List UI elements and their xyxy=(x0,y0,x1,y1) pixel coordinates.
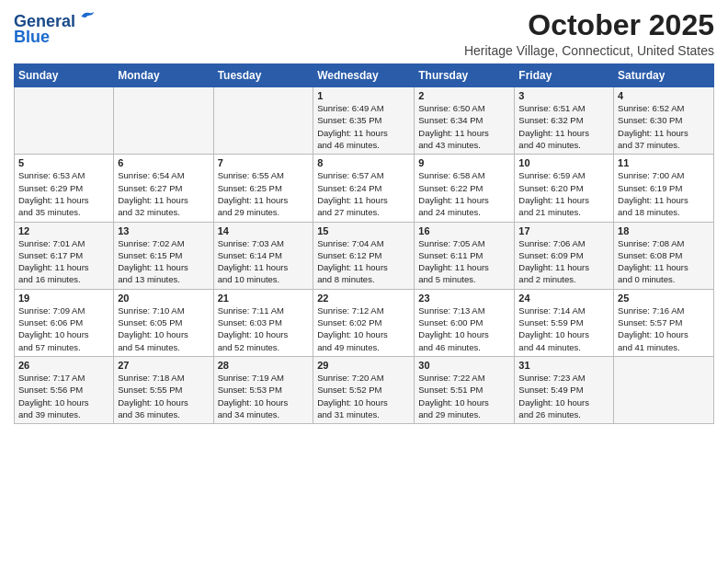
day-info: Sunrise: 6:58 AM Sunset: 6:22 PM Dayligh… xyxy=(418,169,510,218)
table-row: 10Sunrise: 6:59 AM Sunset: 6:20 PM Dayli… xyxy=(515,155,614,222)
day-number: 29 xyxy=(317,360,410,371)
table-row: 25Sunrise: 7:16 AM Sunset: 5:57 PM Dayli… xyxy=(614,289,714,356)
day-number: 13 xyxy=(118,225,209,236)
table-row xyxy=(114,87,213,155)
day-number: 26 xyxy=(18,360,109,371)
day-number: 20 xyxy=(118,293,209,304)
col-saturday: Saturday xyxy=(614,64,714,87)
day-info: Sunrise: 7:03 AM Sunset: 6:14 PM Dayligh… xyxy=(218,237,310,286)
day-number: 16 xyxy=(418,225,510,236)
table-row: 24Sunrise: 7:14 AM Sunset: 5:59 PM Dayli… xyxy=(515,289,614,356)
table-row: 31Sunrise: 7:23 AM Sunset: 5:49 PM Dayli… xyxy=(515,356,614,423)
day-info: Sunrise: 7:11 AM Sunset: 6:03 PM Dayligh… xyxy=(218,304,310,353)
table-row: 29Sunrise: 7:20 AM Sunset: 5:52 PM Dayli… xyxy=(313,356,415,423)
table-row: 12Sunrise: 7:01 AM Sunset: 6:17 PM Dayli… xyxy=(15,222,114,289)
table-row: 28Sunrise: 7:19 AM Sunset: 5:53 PM Dayli… xyxy=(213,356,313,423)
day-number: 10 xyxy=(518,157,609,168)
table-row: 2Sunrise: 6:50 AM Sunset: 6:34 PM Daylig… xyxy=(415,87,515,155)
day-info: Sunrise: 7:01 AM Sunset: 6:17 PM Dayligh… xyxy=(18,237,109,286)
table-row: 19Sunrise: 7:09 AM Sunset: 6:06 PM Dayli… xyxy=(15,289,114,356)
day-info: Sunrise: 7:02 AM Sunset: 6:15 PM Dayligh… xyxy=(118,237,209,286)
day-info: Sunrise: 7:05 AM Sunset: 6:11 PM Dayligh… xyxy=(418,237,510,286)
day-info: Sunrise: 7:14 AM Sunset: 5:59 PM Dayligh… xyxy=(518,304,609,353)
logo-bird-icon xyxy=(78,7,97,26)
day-number: 14 xyxy=(218,225,310,236)
day-info: Sunrise: 6:54 AM Sunset: 6:27 PM Dayligh… xyxy=(118,169,209,218)
table-row: 17Sunrise: 7:06 AM Sunset: 6:09 PM Dayli… xyxy=(515,222,614,289)
table-row: 21Sunrise: 7:11 AM Sunset: 6:03 PM Dayli… xyxy=(213,289,313,356)
day-number: 19 xyxy=(18,293,109,304)
day-number: 8 xyxy=(317,157,410,168)
day-info: Sunrise: 7:10 AM Sunset: 6:05 PM Dayligh… xyxy=(118,304,209,353)
day-info: Sunrise: 7:23 AM Sunset: 5:49 PM Dayligh… xyxy=(518,372,609,420)
day-number: 23 xyxy=(418,293,510,304)
table-row xyxy=(213,87,313,155)
day-info: Sunrise: 7:22 AM Sunset: 5:51 PM Dayligh… xyxy=(418,372,510,420)
day-number: 22 xyxy=(317,293,410,304)
day-number: 17 xyxy=(518,225,609,236)
day-info: Sunrise: 6:55 AM Sunset: 6:25 PM Dayligh… xyxy=(218,169,310,218)
table-row: 8Sunrise: 6:57 AM Sunset: 6:24 PM Daylig… xyxy=(313,155,415,222)
table-row: 27Sunrise: 7:18 AM Sunset: 5:55 PM Dayli… xyxy=(114,356,213,423)
day-info: Sunrise: 7:00 AM Sunset: 6:19 PM Dayligh… xyxy=(618,169,710,218)
day-number: 9 xyxy=(418,157,510,168)
day-number: 2 xyxy=(418,90,510,101)
day-number: 15 xyxy=(317,225,410,236)
table-row: 23Sunrise: 7:13 AM Sunset: 6:00 PM Dayli… xyxy=(415,289,515,356)
day-info: Sunrise: 6:49 AM Sunset: 6:35 PM Dayligh… xyxy=(317,102,410,151)
table-row: 14Sunrise: 7:03 AM Sunset: 6:14 PM Dayli… xyxy=(213,222,313,289)
day-number: 30 xyxy=(418,360,510,371)
day-info: Sunrise: 6:50 AM Sunset: 6:34 PM Dayligh… xyxy=(418,102,510,151)
table-row: 26Sunrise: 7:17 AM Sunset: 5:56 PM Dayli… xyxy=(15,356,114,423)
day-number: 12 xyxy=(18,225,109,236)
calendar-header-row: Sunday Monday Tuesday Wednesday Thursday… xyxy=(15,64,714,87)
day-info: Sunrise: 7:06 AM Sunset: 6:09 PM Dayligh… xyxy=(518,237,609,286)
page: General Blue October 2025 Heritage Villa… xyxy=(0,0,728,563)
table-row: 15Sunrise: 7:04 AM Sunset: 6:12 PM Dayli… xyxy=(313,222,415,289)
day-number: 6 xyxy=(118,157,209,168)
table-row: 4Sunrise: 6:52 AM Sunset: 6:30 PM Daylig… xyxy=(614,87,714,155)
table-row: 6Sunrise: 6:54 AM Sunset: 6:27 PM Daylig… xyxy=(114,155,213,222)
day-number: 24 xyxy=(518,293,609,304)
day-info: Sunrise: 7:04 AM Sunset: 6:12 PM Dayligh… xyxy=(317,237,410,286)
day-number: 5 xyxy=(18,157,109,168)
calendar-table: Sunday Monday Tuesday Wednesday Thursday… xyxy=(14,63,714,424)
table-row: 3Sunrise: 6:51 AM Sunset: 6:32 PM Daylig… xyxy=(515,87,614,155)
day-number: 21 xyxy=(218,293,310,304)
table-row: 20Sunrise: 7:10 AM Sunset: 6:05 PM Dayli… xyxy=(114,289,213,356)
day-number: 1 xyxy=(317,90,410,101)
table-row: 9Sunrise: 6:58 AM Sunset: 6:22 PM Daylig… xyxy=(415,155,515,222)
day-number: 18 xyxy=(618,225,710,236)
day-number: 27 xyxy=(118,360,209,371)
day-number: 3 xyxy=(518,90,609,101)
day-info: Sunrise: 6:51 AM Sunset: 6:32 PM Dayligh… xyxy=(518,102,609,151)
day-number: 28 xyxy=(218,360,310,371)
table-row: 18Sunrise: 7:08 AM Sunset: 6:08 PM Dayli… xyxy=(614,222,714,289)
day-info: Sunrise: 6:52 AM Sunset: 6:30 PM Dayligh… xyxy=(618,102,710,151)
day-info: Sunrise: 7:17 AM Sunset: 5:56 PM Dayligh… xyxy=(18,372,109,420)
col-friday: Friday xyxy=(515,64,614,87)
table-row: 13Sunrise: 7:02 AM Sunset: 6:15 PM Dayli… xyxy=(114,222,213,289)
col-monday: Monday xyxy=(114,64,213,87)
table-row: 7Sunrise: 6:55 AM Sunset: 6:25 PM Daylig… xyxy=(213,155,313,222)
table-row: 11Sunrise: 7:00 AM Sunset: 6:19 PM Dayli… xyxy=(614,155,714,222)
day-info: Sunrise: 7:16 AM Sunset: 5:57 PM Dayligh… xyxy=(618,304,710,353)
day-info: Sunrise: 6:59 AM Sunset: 6:20 PM Dayligh… xyxy=(518,169,609,218)
day-number: 31 xyxy=(518,360,609,371)
month-title: October 2025 xyxy=(464,9,714,41)
table-row: 30Sunrise: 7:22 AM Sunset: 5:51 PM Dayli… xyxy=(415,356,515,423)
day-info: Sunrise: 7:18 AM Sunset: 5:55 PM Dayligh… xyxy=(118,372,209,420)
location-subtitle: Heritage Village, Connecticut, United St… xyxy=(464,43,714,58)
logo: General Blue xyxy=(14,13,97,47)
table-row: 16Sunrise: 7:05 AM Sunset: 6:11 PM Dayli… xyxy=(415,222,515,289)
day-info: Sunrise: 7:09 AM Sunset: 6:06 PM Dayligh… xyxy=(18,304,109,353)
day-number: 25 xyxy=(618,293,710,304)
table-row: 1Sunrise: 6:49 AM Sunset: 6:35 PM Daylig… xyxy=(313,87,415,155)
table-row xyxy=(614,356,714,423)
day-info: Sunrise: 6:57 AM Sunset: 6:24 PM Dayligh… xyxy=(317,169,410,218)
day-info: Sunrise: 7:12 AM Sunset: 6:02 PM Dayligh… xyxy=(317,304,410,353)
day-info: Sunrise: 7:13 AM Sunset: 6:00 PM Dayligh… xyxy=(418,304,510,353)
day-info: Sunrise: 7:08 AM Sunset: 6:08 PM Dayligh… xyxy=(618,237,710,286)
col-wednesday: Wednesday xyxy=(313,64,415,87)
header: General Blue October 2025 Heritage Villa… xyxy=(14,9,714,58)
